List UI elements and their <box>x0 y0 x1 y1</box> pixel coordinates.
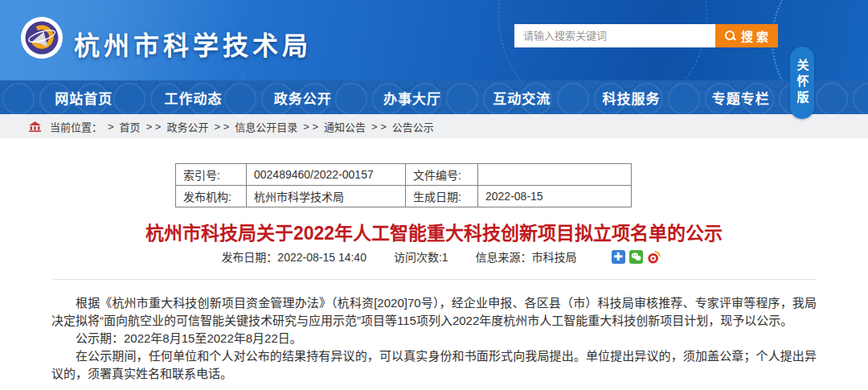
nav-list: 网站首页 工作动态 政务公开 办事大厅 互动交流 科技服务 专题专栏 <box>29 80 796 114</box>
info-source: 信息来源：市科技局 <box>476 248 577 265</box>
visit-count: 访问次数:1 <box>394 248 448 265</box>
main-nav: 网站首页 工作动态 政务公开 办事大厅 互动交流 科技服务 专题专栏 <box>0 80 868 114</box>
care-version-button[interactable]: 关怀版 <box>790 47 814 119</box>
article-paragraph: 根据《杭州市重大科技创新项目资金管理办法》（杭科资[2020]70号），经企业申… <box>51 294 817 330</box>
nav-item-service-hall[interactable]: 办事大厅 <box>358 80 467 114</box>
article-paragraph: 在公示期间，任何单位和个人对公布的结果持有异议的，可以真实身份和书面形式向我局提… <box>51 347 817 383</box>
nav-item-tech-services[interactable]: 科技服务 <box>576 80 686 114</box>
breadcrumb-link-gov-affairs[interactable]: 政务公开 <box>166 119 208 134</box>
breadcrumb-link-notices[interactable]: 通知公告 <box>324 119 366 134</box>
home-icon <box>29 121 41 132</box>
breadcrumb-separator: > > <box>146 121 162 133</box>
article-title: 杭州市科技局关于2022年人工智能重大科技创新项目拟立项名单的公示 <box>0 218 868 245</box>
site-title: 杭州市科学技术局 <box>74 25 312 62</box>
doc-info-table: 索引号: 002489460/2022-00157 文件编号: 发布机构: 杭州… <box>175 163 632 207</box>
site-header: 杭州市科学技术局 搜 索 <box>0 0 868 80</box>
search-button-label: 搜 索 <box>741 27 768 44</box>
article-body: 根据《杭州市重大科技创新项目资金管理办法》（杭科资[2020]70号），经企业申… <box>51 294 817 383</box>
share-icons: ✚ <box>612 250 661 264</box>
nav-item-gov-affairs[interactable]: 政务公开 <box>248 80 358 114</box>
share-plus-icon[interactable]: ✚ <box>612 250 625 264</box>
article-meta: 发布日期：2022-08-15 14:40 访问次数:1 信息来源：市科技局 ✚ <box>0 248 868 265</box>
search-input[interactable] <box>514 24 715 47</box>
nav-item-special-topics[interactable]: 专题专栏 <box>686 80 796 114</box>
weibo-share-icon[interactable] <box>647 250 661 264</box>
breadcrumb-link-public-announcements[interactable]: 公告公示 <box>392 119 434 134</box>
search-button[interactable]: 搜 索 <box>715 24 778 47</box>
index-number-value: 002489460/2022-00157 <box>247 164 406 186</box>
index-number-label: 索引号: <box>176 164 247 186</box>
publisher-value: 杭州市科学技术局 <box>247 186 406 207</box>
nav-item-interaction[interactable]: 互动交流 <box>467 80 576 114</box>
publish-date: 发布日期：2022-08-15 14:40 <box>221 248 366 265</box>
publisher-label: 发布机构: <box>176 186 247 207</box>
generate-date-value: 2022-08-15 <box>478 186 632 207</box>
breadcrumb-separator: > > <box>303 121 318 133</box>
breadcrumb: 当前位置： > 首页 > > 政务公开 > > 信息公开目录 > > 通知公告 … <box>0 114 868 138</box>
file-number-label: 文件编号: <box>406 164 478 186</box>
nav-item-work-news[interactable]: 工作动态 <box>138 80 248 114</box>
file-number-value <box>478 164 632 186</box>
site-logo-emblem-icon <box>21 17 63 59</box>
breadcrumb-link-home[interactable]: 首页 <box>120 119 141 134</box>
article-paragraph: 公示期：2022年8月15至2022年8月22日。 <box>51 330 817 347</box>
nav-item-home[interactable]: 网站首页 <box>29 80 138 114</box>
search-icon <box>725 31 735 41</box>
content-divider <box>53 279 817 280</box>
breadcrumb-prefix: 当前位置： <box>50 119 102 134</box>
breadcrumb-separator: > > <box>371 121 387 133</box>
wechat-share-icon[interactable] <box>629 250 643 264</box>
table-row: 索引号: 002489460/2022-00157 文件编号: <box>176 164 632 186</box>
header-circuit-decoration <box>772 0 868 80</box>
generate-date-label: 生成日期: <box>406 186 478 207</box>
breadcrumb-separator: > <box>108 121 114 133</box>
breadcrumb-separator: > > <box>214 121 229 133</box>
table-row: 发布机构: 杭州市科学技术局 生成日期: 2022-08-15 <box>176 186 632 207</box>
breadcrumb-link-info-catalog[interactable]: 信息公开目录 <box>235 119 297 134</box>
